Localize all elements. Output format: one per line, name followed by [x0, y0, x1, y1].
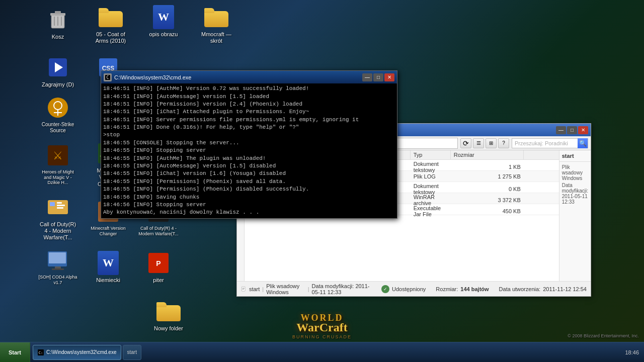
- status-size-value: 144 bajtów: [460, 286, 489, 292]
- status-share-text: Udostępniony: [392, 286, 426, 292]
- desktop-icon-nowy-folder[interactable]: Nowy folder: [146, 297, 191, 334]
- piter-icon: P: [146, 251, 171, 275]
- explorer-minimize-button[interactable]: —: [556, 126, 566, 134]
- desktop-icon-opis[interactable]: W opis obrazu: [141, 3, 186, 40]
- cmd-line: >stop: [103, 131, 395, 139]
- file-detail-panel-header: start: [559, 150, 591, 162]
- share-icon: ✓: [381, 285, 389, 293]
- desktop-icon-niemiecki[interactable]: W Niemiecki: [86, 246, 131, 288]
- status-sep1: |: [262, 286, 264, 292]
- file-detail-content: Plik wsadowy Windows Data modyfikacji: 2…: [559, 162, 591, 207]
- opis-icon: W: [151, 5, 176, 29]
- col-size[interactable]: Rozmiar: [451, 150, 524, 159]
- detail-date-label: Data modyfikacji:: [562, 183, 588, 194]
- taskbar-cmd-label: C:\Windows\system32\cmd.exe: [46, 349, 117, 355]
- status-filename: start: [249, 286, 260, 292]
- view-list-button[interactable]: ☰: [473, 138, 484, 148]
- piter-label: piter: [153, 277, 164, 284]
- cmd-titlebar[interactable]: C C:\Windows\system32\cmd.exe — □ ✕: [101, 71, 397, 83]
- kosz-label: Kosz: [52, 34, 64, 40]
- cmd-controls: — □ ✕: [362, 73, 394, 81]
- svg-rect-21: [57, 205, 65, 206]
- detail-date: 2011-05-11 12:33: [562, 194, 588, 205]
- explorer-status-bar: start | Plik wsadowy Windows | Data mody…: [237, 281, 591, 296]
- niemiecki-icon: W: [96, 251, 120, 275]
- zagrajmy-label: Zagrajmy (D): [42, 81, 74, 88]
- explorer-close-button[interactable]: ✕: [578, 126, 588, 134]
- taskbar-cmd-icon: C:: [37, 349, 44, 356]
- file-size-cell: 0 KB: [451, 185, 524, 193]
- cmd-close-button[interactable]: ✕: [384, 73, 394, 81]
- search-input[interactable]: Przeszukaj: Poradniki: [512, 140, 578, 146]
- svg-text:P: P: [156, 259, 160, 267]
- file-type-cell: Plik LOG: [411, 172, 451, 180]
- cmd-line: 18:46:55 [INFO] [Permissions] (Phoenix) …: [103, 186, 395, 193]
- taskbar-items: C: C:\Windows\system32\cmd.exe start: [30, 342, 620, 362]
- desktop-icon-piter[interactable]: P piter: [136, 246, 181, 288]
- desktop-icon-mmocraft[interactable]: Mmocraft — skrót: [194, 3, 239, 47]
- cod-label: Call of Duty(R) 4 - Modern Warfare(T...: [138, 226, 179, 237]
- search-button[interactable]: 🔍: [578, 138, 588, 148]
- svg-text:C:: C:: [39, 351, 43, 355]
- view-grid-button[interactable]: ⊞: [486, 138, 497, 148]
- wow-logo-area: WORLD WarCraft BURNING CRUSADE: [292, 313, 352, 339]
- explorer-maximize-button[interactable]: □: [567, 126, 577, 134]
- cmd-line: 18:46:51 [INFO] [iChat] Attached plugin …: [103, 108, 395, 116]
- cmd-line: 18:46:55 [INFO] [AuthMe] The plugin was …: [103, 155, 395, 162]
- cmd-line: 18:46:55 [CONSOLE] Stopping the server..…: [103, 139, 395, 147]
- cmd-line: 18:46:51 [INFO] [Permissions] version [2…: [103, 101, 395, 108]
- help-button[interactable]: ?: [498, 138, 509, 148]
- cmd-minimize-button[interactable]: —: [362, 73, 372, 81]
- cmd-line: 18:46:55 [INFO] [AutoMessage] version [1…: [103, 162, 395, 170]
- explorer-controls: — □ ✕: [556, 126, 588, 134]
- clock: 18:46: [625, 349, 639, 355]
- opis-label: opis obrazu: [149, 31, 178, 38]
- search-container: Przeszukaj: Poradniki 🔍: [512, 138, 588, 148]
- desktop-icon-zagrajmy[interactable]: Zagrajmy (D): [35, 53, 80, 90]
- desktop-icon-heroes[interactable]: ⚔ Heroes of Might and Magic V - Dzikie H…: [35, 139, 80, 190]
- detail-filename: start: [562, 153, 574, 159]
- start-label: Start: [9, 349, 21, 355]
- status-modified-label: Data modyfikacji: 2011-05-11 12:33: [312, 283, 371, 295]
- svg-rect-20: [57, 202, 62, 204]
- desktop-icon-quick-server[interactable]: Call of Duty(R) 4 - Modern Warfare(T...: [35, 193, 80, 244]
- status-created-area: Data utworzenia: 2011-11-12 12:54: [499, 286, 587, 292]
- copyright-text: © 2008 Blizzard Entertainment, Inc.: [568, 333, 639, 338]
- taskbar-cmd[interactable]: C: C:\Windows\system32\cmd.exe: [33, 345, 121, 360]
- taskbar-right: 18:46: [620, 349, 644, 355]
- desktop: Kosz 05 - Coat of Arms (2010) W opis obr…: [0, 0, 644, 362]
- desktop-icon-soh[interactable]: [SOH] COD4 Alpha v1.7: [35, 246, 80, 288]
- cs-label: Counter-Strike Source: [38, 122, 78, 134]
- desktop-icon-coat[interactable]: 05 - Coat of Arms (2010): [88, 3, 133, 47]
- status-size-area: Rozmiar: 144 bajtów: [436, 286, 489, 292]
- cmd-maximize-button[interactable]: □: [373, 73, 383, 81]
- svg-text:⚔: ⚔: [53, 149, 63, 162]
- status-filetype: Plik wsadowy Windows: [266, 283, 305, 295]
- desktop-icon-cs[interactable]: Counter-Strike Source: [35, 93, 80, 136]
- status-size-label: Rozmiar:: [436, 286, 458, 292]
- start-button[interactable]: Start: [0, 342, 30, 362]
- status-sep2: |: [308, 286, 309, 292]
- cmd-line: 18:46:51 [INFO] [AutoMessage] version [1…: [103, 93, 395, 101]
- quick-server-label: Call of Duty(R) 4 - Modern Warfare(T...: [38, 221, 78, 241]
- mmocraft-label: Mmocraft — skrót: [196, 31, 236, 44]
- nowy-folder-icon: [156, 299, 181, 323]
- cmd-line: 18:46:56 [INFO] Saving chunks: [103, 194, 395, 201]
- explorer-toolbar-right: ⟳ ☰ ⊞ ?: [460, 138, 509, 148]
- svg-rect-19: [50, 202, 55, 206]
- detail-type: Plik wsadowy Windows: [562, 164, 588, 181]
- cmd-content[interactable]: 18:46:48 [INFO] Default game type: 018:4…: [101, 83, 397, 218]
- taskbar: Start C: C:\Windows\system32\cmd.exe sta…: [0, 342, 644, 362]
- taskbar-explorer-label: start: [127, 349, 137, 355]
- status-created-value: 2011-11-12 12:54: [543, 286, 587, 292]
- col-type[interactable]: Typ: [411, 150, 451, 159]
- taskbar-explorer[interactable]: start: [123, 345, 141, 360]
- cmd-line: 18:46:51 [INFO] Done (0.316s)! For help,…: [103, 124, 395, 131]
- refresh-button[interactable]: ⟳: [460, 138, 471, 148]
- svg-rect-32: [49, 252, 66, 263]
- clock-time: 18:46: [625, 349, 639, 355]
- svg-rect-34: [52, 268, 64, 270]
- desktop-icon-kosz[interactable]: Kosz: [35, 5, 80, 43]
- file-size-cell: 1 KB: [451, 163, 524, 171]
- status-file-icon: [241, 285, 247, 293]
